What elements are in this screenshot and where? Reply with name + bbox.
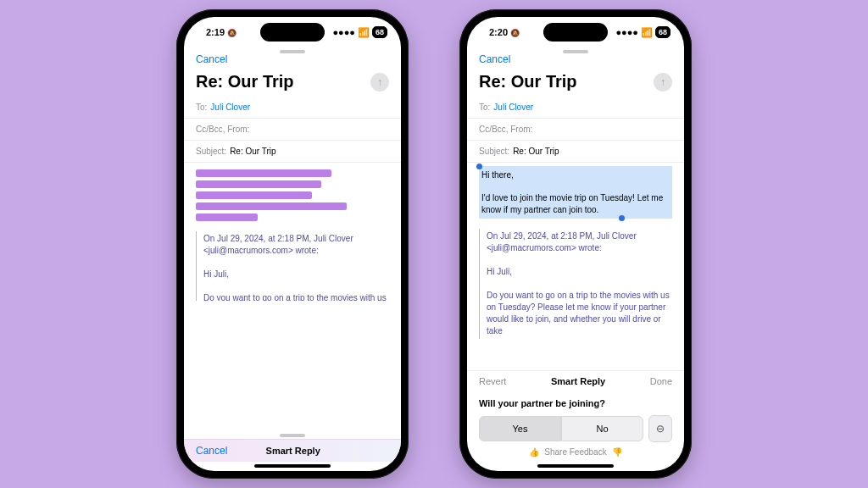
subject-label: Subject: — [479, 147, 509, 156]
smart-reply-selected-text[interactable]: Hi there, I'd love to join the movie tri… — [479, 166, 672, 219]
send-button[interactable]: ↑ — [654, 73, 672, 92]
feedback-label[interactable]: Share Feedback — [544, 447, 606, 457]
compose-body[interactable]: On Jul 29, 2024, at 2:18 PM, Juli Clover… — [184, 163, 401, 301]
option-no-button[interactable]: No — [561, 416, 643, 441]
to-field[interactable]: To: Juli Clover — [184, 97, 401, 119]
smart-reply-toolbar: Revert Smart Reply Done — [467, 370, 684, 391]
quote-body: Do you want to go on a trip to the movie… — [203, 292, 389, 301]
send-button[interactable]: ↑ — [370, 73, 389, 92]
toolbar-title: Smart Reply — [551, 376, 605, 386]
status-right: ●●●● 📶 68 — [332, 26, 387, 38]
toolbar-cancel-button[interactable]: Cancel — [196, 445, 227, 457]
arrow-up-icon: ↑ — [377, 76, 382, 88]
quote-header: On Jul 29, 2024, at 2:18 PM, Juli Clover… — [487, 230, 672, 254]
selection-handle-start[interactable] — [476, 164, 482, 169]
dnd-icon: 🔕 — [227, 29, 236, 37]
toolbar-grabber[interactable] — [280, 434, 305, 437]
subject-value: Re: Our Trip — [230, 147, 275, 156]
subject-field[interactable]: Subject: Re: Our Trip — [467, 141, 684, 163]
revert-button[interactable]: Revert — [479, 376, 506, 386]
phone-left-screen: 2:19 🔕 ●●●● 📶 68 Cancel Re: Our Trip ↑ — [184, 17, 401, 471]
compose-title: Re: Our Trip — [479, 72, 577, 92]
done-button[interactable]: Done — [650, 376, 672, 386]
ccbcc-field[interactable]: Cc/Bcc, From: — [467, 119, 684, 141]
option-yes-button[interactable]: Yes — [479, 416, 561, 441]
compose-cancel-button[interactable]: Cancel — [196, 53, 389, 65]
battery-icon: 68 — [655, 26, 670, 38]
compose-header: Cancel Re: Our Trip ↑ — [467, 53, 684, 97]
to-field[interactable]: To: Juli Clover — [467, 97, 684, 119]
toolbar-title: Smart Reply — [266, 446, 320, 456]
phone-left-frame: 2:19 🔕 ●●●● 📶 68 Cancel Re: Our Trip ↑ — [176, 9, 409, 479]
battery-icon: 68 — [372, 26, 387, 38]
compose-cancel-button[interactable]: Cancel — [479, 53, 672, 65]
quote-greeting: Hi Juli, — [203, 269, 389, 280]
ccbcc-label: Cc/Bcc, From: — [479, 125, 532, 134]
option-more-button[interactable]: ⊖ — [648, 415, 672, 442]
cellular-icon: ●●●● — [615, 27, 638, 37]
prompt-options: Yes No ⊖ — [479, 415, 672, 442]
quote-header: On Jul 29, 2024, at 2:18 PM, Juli Clover… — [203, 233, 389, 257]
compose-title: Re: Our Trip — [196, 72, 294, 92]
prompt-question: Will your partner be joining? — [479, 398, 672, 408]
time-text: 2:19 — [206, 27, 225, 37]
quoted-message: On Jul 29, 2024, at 2:18 PM, Juli Clover… — [196, 231, 389, 301]
feedback-row: 👍 Share Feedback 👎 — [479, 442, 672, 458]
thumbs-up-icon[interactable]: 👍 — [529, 447, 539, 457]
reply-greeting: Hi there, — [481, 169, 670, 181]
to-recipient[interactable]: Juli Clover — [210, 103, 250, 112]
time-text: 2:20 — [489, 27, 508, 37]
dynamic-island — [260, 23, 325, 42]
status-right: ●●●● 📶 68 — [615, 26, 670, 38]
phone-right-frame: 2:20 🔕 ●●●● 📶 68 Cancel Re: Our Trip ↑ — [459, 9, 692, 479]
compose-header: Cancel Re: Our Trip ↑ — [184, 53, 401, 97]
dnd-icon: 🔕 — [510, 29, 520, 37]
home-indicator[interactable] — [537, 464, 614, 468]
status-time: 2:19 🔕 — [206, 27, 236, 37]
status-time: 2:20 🔕 — [489, 27, 520, 37]
quote-body: Do you want to go on a trip to the movie… — [487, 290, 672, 337]
stage: 2:19 🔕 ●●●● 📶 68 Cancel Re: Our Trip ↑ — [0, 0, 868, 488]
wifi-icon: 📶 — [641, 27, 653, 38]
smart-reply-skeleton — [196, 169, 389, 221]
ccbcc-label: Cc/Bcc, From: — [196, 125, 249, 134]
ccbcc-field[interactable]: Cc/Bcc, From: — [184, 119, 401, 141]
quoted-message: On Jul 29, 2024, at 2:18 PM, Juli Clover… — [479, 229, 672, 339]
reply-body: I'd love to join the movie trip on Tuesd… — [481, 192, 670, 215]
cellular-icon: ●●●● — [332, 27, 355, 37]
to-label: To: — [196, 103, 207, 112]
subject-label: Subject: — [196, 147, 226, 156]
smart-reply-toolbar: Cancel Smart Reply — [184, 439, 401, 462]
wifi-icon: 📶 — [358, 27, 370, 38]
dynamic-island — [543, 23, 608, 42]
subject-value: Re: Our Trip — [513, 147, 559, 156]
smart-reply-prompt: Will your partner be joining? Yes No ⊖ 👍… — [467, 391, 684, 462]
compose-body[interactable]: Hi there, I'd love to join the movie tri… — [467, 163, 684, 370]
arrow-up-icon: ↑ — [660, 76, 665, 88]
phone-right-screen: 2:20 🔕 ●●●● 📶 68 Cancel Re: Our Trip ↑ — [467, 17, 684, 471]
thumbs-down-icon[interactable]: 👎 — [612, 447, 622, 457]
selection-handle-end[interactable] — [619, 215, 625, 221]
subject-field[interactable]: Subject: Re: Our Trip — [184, 141, 401, 163]
quote-greeting: Hi Juli, — [487, 266, 672, 278]
home-indicator[interactable] — [254, 464, 331, 468]
to-label: To: — [479, 103, 490, 112]
to-recipient[interactable]: Juli Clover — [493, 103, 533, 112]
